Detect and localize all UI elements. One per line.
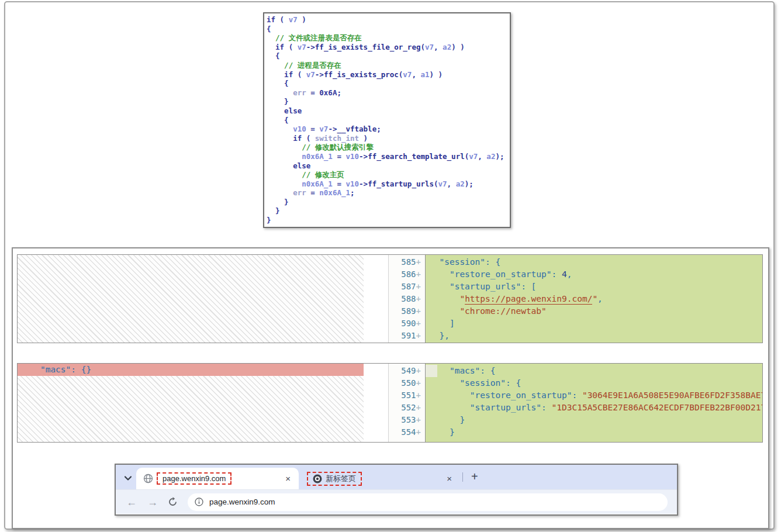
chevron-down-icon (125, 476, 132, 481)
tab-label: page.wenxin9.com (163, 474, 226, 483)
code-line: n0x6A_1 = v10->ff_search_template_url(v7… (267, 152, 510, 161)
code-line: err = n0x6A_1; (267, 188, 510, 198)
diff-row: "session": { (426, 256, 762, 268)
back-button[interactable]: ← (126, 497, 137, 507)
diff-row: "session": { (426, 377, 762, 389)
code-line: if ( v7->ff_is_exists_file_or_reg(v7, a2… (267, 43, 510, 52)
diff-row: "chrome://newtab" (426, 305, 762, 317)
code-line: n0x6A_1 = v10->ff_startup_urls(v7, a2); (267, 179, 510, 189)
tab-search-button[interactable] (121, 471, 135, 485)
diff-row: } (426, 414, 762, 426)
line-number: 553+ (389, 414, 425, 426)
forward-button[interactable]: → (147, 497, 158, 507)
globe-icon (143, 474, 153, 483)
missing-lines-hatch (18, 376, 364, 442)
red-annotation-box: 新标签页 (307, 472, 362, 486)
line-number: 552+ (389, 402, 425, 414)
line-number: 586+ (389, 268, 425, 281)
reload-icon (168, 497, 178, 507)
code-line: { (267, 116, 510, 125)
diff1-line-number-gutter: 585+586+587+588+589+590+591+ (389, 255, 426, 343)
missing-lines-hatch (18, 255, 364, 343)
decompiler-code-panel: if ( v7 ){ // 文件或注册表是否存在 if ( v7->ff_is_… (263, 12, 511, 228)
close-icon[interactable]: × (283, 473, 293, 484)
code-line: // 进程是否存在 (267, 61, 510, 70)
red-annotation-box: page.wenxin9.com (157, 472, 231, 485)
line-number: 589+ (389, 305, 425, 317)
code-line: if ( v7->ff_is_exists_proc(v7, a1) ) (267, 70, 510, 80)
diff2-pane-gap (364, 364, 389, 442)
code-line: err = 0x6A; (267, 88, 510, 98)
tab-divider (462, 472, 463, 482)
info-icon (195, 498, 203, 506)
diff1-left-pane (18, 255, 364, 343)
diff2-line-number-gutter: 549+550+551+552+553+554+ (389, 364, 426, 442)
removed-line: "macs": {} (18, 364, 364, 376)
code-line: else (267, 161, 510, 171)
decompiled-code: if ( v7 ){ // 文件或注册表是否存在 if ( v7->ff_is_… (267, 15, 510, 225)
address-bar[interactable]: page.wenxin9.com (188, 493, 668, 511)
code-line: v10 = v7->__vftable; (267, 125, 510, 134)
tab-active[interactable]: page.wenxin9.com × (136, 468, 299, 489)
line-number: 587+ (389, 281, 425, 293)
diff-row: "macs": { (426, 365, 762, 377)
code-line: } (267, 216, 510, 225)
close-icon[interactable]: × (444, 473, 454, 484)
tab-strip: page.wenxin9.com × 新标签页 × + (116, 465, 677, 489)
line-number: 585+ (389, 256, 425, 268)
line-number: 554+ (389, 426, 425, 438)
address-url: page.wenxin9.com (209, 498, 275, 506)
tab-label: 新标签页 (326, 474, 356, 484)
browser-mockup: page.wenxin9.com × 新标签页 × + ← → (115, 464, 678, 516)
diff-block-session: 585+586+587+588+589+590+591+ "session": … (17, 254, 763, 343)
code-line: if ( v7 ) (267, 15, 510, 25)
new-tab-button[interactable]: + (465, 470, 484, 485)
code-line: } (267, 198, 510, 207)
tab-inactive[interactable]: 新标签页 × (299, 468, 460, 489)
code-line: // 文件或注册表是否存在 (267, 33, 510, 43)
code-line: { (267, 25, 510, 34)
diff-row: } (426, 426, 762, 438)
line-number: 591+ (389, 330, 425, 342)
code-line: } (267, 97, 510, 106)
code-line: { (267, 51, 510, 61)
diff2-added-pane: "macs": { "session": { "restore_on_start… (426, 364, 762, 442)
chromium-icon (313, 474, 322, 483)
line-number: 588+ (389, 293, 425, 305)
diff-row: "restore_on_startup": "3064E9E1A6A508E5E… (426, 389, 762, 402)
line-number: 549+ (389, 365, 425, 377)
diff-row: "startup_urls": [ (426, 281, 762, 293)
code-line: if ( switch_int ) (267, 134, 510, 143)
diff1-added-pane: "session": { "restore_on_startup": 4, "s… (426, 255, 762, 343)
browser-toolbar: ← → page.wenxin9.com (116, 489, 677, 514)
line-number: 550+ (389, 377, 425, 389)
diff2-left-pane: "macs": {} (18, 364, 364, 442)
line-number: 551+ (389, 389, 425, 402)
code-line: // 修改主页 (267, 170, 510, 179)
diff-block-macs: "macs": {} 549+550+551+552+553+554+ "mac… (17, 363, 763, 443)
page-frame: if ( v7 ){ // 文件或注册表是否存在 if ( v7->ff_is_… (4, 1, 775, 530)
reload-button[interactable] (168, 497, 178, 507)
diff-row: }, (426, 330, 762, 342)
analysis-panel: 585+586+587+588+589+590+591+ "session": … (12, 247, 769, 529)
diff-row: "restore_on_startup": 4, (426, 268, 762, 281)
code-line: // 修改默认搜索引擎 (267, 143, 510, 152)
diff1-pane-gap (364, 255, 389, 343)
diff-row: ] (426, 317, 762, 330)
line-number: 590+ (389, 317, 425, 330)
code-line: } (267, 206, 510, 216)
diff-row: "https://page.wenxin9.com/", (426, 293, 762, 305)
code-line: else (267, 106, 510, 116)
diff-row: "startup_urls": "1D3C15A5CBE27E86AC642EC… (426, 402, 762, 414)
code-line: { (267, 79, 510, 88)
